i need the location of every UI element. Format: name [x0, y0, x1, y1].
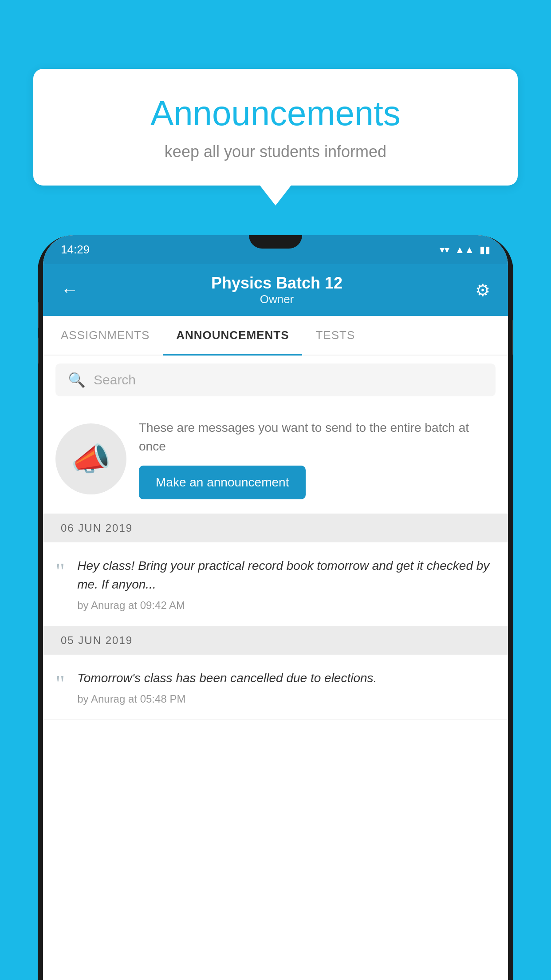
back-button[interactable]: ←: [61, 280, 79, 300]
batch-role: Owner: [79, 292, 475, 306]
date-separator-1: 06 JUN 2019: [43, 514, 508, 542]
status-icons: ▾▾ ▲▲ ▮▮: [440, 244, 490, 256]
promo-icon-circle: 📣: [55, 423, 126, 494]
quote-icon-2: ": [55, 672, 65, 695]
announcement-item-1[interactable]: " Hey class! Bring your practical record…: [43, 542, 508, 626]
announcement-meta-1: by Anurag at 09:42 AM: [77, 599, 496, 612]
battery-icon: ▮▮: [480, 244, 490, 256]
speech-bubble-tail: [260, 186, 291, 205]
announcements-subtitle: keep all your students informed: [60, 142, 491, 161]
tab-tests[interactable]: TESTS: [302, 316, 368, 355]
promo-content: These are messages you want to send to t…: [139, 419, 496, 499]
app-header: ← Physics Batch 12 Owner ⚙: [43, 264, 508, 316]
search-input[interactable]: Search: [94, 372, 136, 387]
volume-up-button: [38, 302, 39, 328]
announcement-text-1: Hey class! Bring your practical record b…: [77, 557, 496, 594]
announcement-content-2: Tomorrow's class has been cancelled due …: [77, 669, 496, 705]
phone-screen: 14:29 ▾▾ ▲▲ ▮▮ ← Physics Batch 12 Owner …: [43, 235, 508, 980]
status-time: 14:29: [61, 243, 90, 257]
status-bar: 14:29 ▾▾ ▲▲ ▮▮: [43, 235, 508, 264]
announcements-title: Announcements: [60, 93, 491, 134]
make-announcement-button[interactable]: Make an announcement: [139, 466, 306, 499]
search-container: 🔍 Search: [43, 356, 508, 404]
megaphone-icon: 📣: [71, 440, 111, 478]
search-icon: 🔍: [68, 371, 86, 388]
speech-bubble-container: Announcements keep all your students inf…: [33, 69, 518, 205]
signal-icon: ▲▲: [455, 244, 474, 256]
announcement-text-2: Tomorrow's class has been cancelled due …: [77, 669, 496, 688]
tab-announcements[interactable]: ANNOUNCEMENTS: [163, 316, 302, 355]
search-bar[interactable]: 🔍 Search: [55, 364, 496, 396]
promo-description: These are messages you want to send to t…: [139, 419, 496, 456]
speech-bubble: Announcements keep all your students inf…: [33, 69, 518, 186]
date-separator-2: 05 JUN 2019: [43, 626, 508, 655]
power-button: [512, 320, 513, 355]
announcement-item-2[interactable]: " Tomorrow's class has been cancelled du…: [43, 655, 508, 720]
announcement-content-1: Hey class! Bring your practical record b…: [77, 557, 496, 612]
quote-icon-1: ": [55, 560, 65, 583]
header-title-area: Physics Batch 12 Owner: [79, 274, 475, 306]
promo-card: 📣 These are messages you want to send to…: [43, 404, 508, 514]
wifi-icon: ▾▾: [440, 244, 449, 256]
settings-icon[interactable]: ⚙: [475, 281, 490, 300]
announcement-meta-2: by Anurag at 05:48 PM: [77, 693, 496, 705]
tabs-bar: ASSIGNMENTS ANNOUNCEMENTS TESTS: [43, 316, 508, 356]
volume-down-button: [38, 337, 39, 364]
phone-frame: 14:29 ▾▾ ▲▲ ▮▮ ← Physics Batch 12 Owner …: [38, 235, 513, 980]
tab-assignments[interactable]: ASSIGNMENTS: [47, 316, 163, 355]
batch-title: Physics Batch 12: [79, 274, 475, 292]
